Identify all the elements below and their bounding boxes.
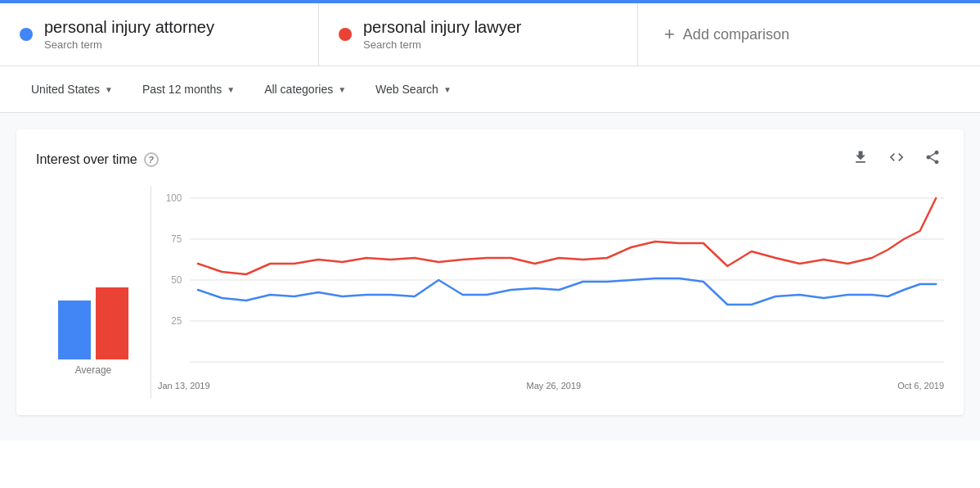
period-chevron-icon: ▼ (227, 85, 235, 94)
share-button[interactable] (921, 146, 944, 173)
categories-filter-label: All categories (264, 83, 333, 96)
help-icon[interactable]: ? (144, 152, 159, 167)
main-content: Interest over time ? (0, 113, 980, 441)
chart-area: Average 100 75 50 25 (36, 186, 944, 399)
search-type-filter[interactable]: Web Search ▼ (364, 76, 463, 102)
term2-dot (339, 28, 352, 41)
term1-info: personal injury attorney Search term (44, 18, 214, 51)
chart-divider (151, 186, 151, 399)
chart-title: Interest over time (36, 152, 137, 167)
chart-header: Interest over time ? (36, 146, 944, 173)
term2-name: personal injury lawyer (363, 18, 521, 37)
term1-dot (20, 28, 33, 41)
add-comparison-button[interactable]: + Add comparison (638, 3, 980, 66)
plus-icon: + (664, 24, 675, 45)
avg-bar-blue (58, 300, 91, 359)
x-label-oct: Oct 6, 2019 (897, 381, 944, 391)
filters-bar: United States ▼ Past 12 months ▼ All cat… (0, 66, 980, 113)
chart-title-section: Interest over time ? (36, 152, 159, 167)
chart-actions (849, 146, 944, 173)
term2-type: Search term (363, 38, 521, 51)
chart-card: Interest over time ? (16, 129, 964, 415)
add-comparison-label: Add comparison (683, 26, 789, 43)
embed-button[interactable] (885, 146, 908, 173)
location-filter[interactable]: United States ▼ (20, 76, 124, 102)
x-label-may: May 26, 2019 (527, 381, 582, 391)
x-axis-labels: Jan 13, 2019 May 26, 2019 Oct 6, 2019 (158, 377, 944, 391)
location-filter-label: United States (31, 83, 100, 96)
search-terms-bar: personal injury attorney Search term per… (0, 3, 980, 66)
line-chart-section: 100 75 50 25 (158, 186, 944, 399)
download-button[interactable] (849, 146, 872, 173)
x-label-jan: Jan 13, 2019 (158, 381, 210, 391)
search-term-2: personal injury lawyer Search term (319, 3, 638, 66)
average-bars (58, 261, 128, 359)
svg-text:100: 100 (166, 192, 182, 204)
svg-text:25: 25 (171, 315, 182, 327)
svg-text:50: 50 (171, 274, 182, 286)
search-term-1: personal injury attorney Search term (0, 3, 319, 66)
search-type-chevron-icon: ▼ (443, 85, 452, 94)
categories-filter[interactable]: All categories ▼ (253, 76, 357, 102)
period-filter-label: Past 12 months (142, 83, 222, 96)
categories-chevron-icon: ▼ (338, 85, 346, 94)
location-chevron-icon: ▼ (105, 85, 113, 94)
period-filter[interactable]: Past 12 months ▼ (131, 76, 246, 102)
avg-bar-red (96, 287, 128, 359)
term1-name: personal injury attorney (44, 18, 214, 37)
term2-info: personal injury lawyer Search term (363, 18, 521, 51)
average-section: Average (36, 186, 151, 399)
term1-type: Search term (44, 38, 214, 51)
line-chart-svg: 100 75 50 25 (158, 186, 944, 374)
search-type-filter-label: Web Search (375, 83, 438, 96)
svg-text:75: 75 (171, 233, 182, 245)
average-label: Average (75, 364, 111, 376)
